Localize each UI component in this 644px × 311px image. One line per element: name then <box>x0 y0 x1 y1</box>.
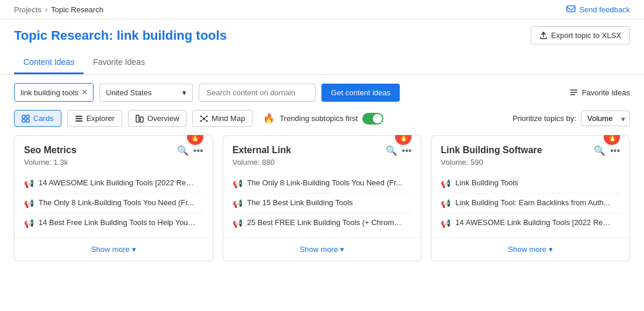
view-explorer-button[interactable]: Explorer <box>67 110 122 127</box>
megaphone-icon: 📢 <box>24 199 34 208</box>
tab-content-ideas[interactable]: Content Ideas <box>14 51 84 74</box>
search-chip[interactable]: link building tools × <box>14 83 94 102</box>
card-external-link: 🔥 External Link Volume: 880 🔍 ••• 📢 The … <box>223 135 422 261</box>
card-item-text: 14 Best Free Link Building Tools to Help… <box>39 218 196 227</box>
domain-search-input[interactable] <box>199 84 316 102</box>
prioritize-label: Prioritize topics by: <box>513 114 576 123</box>
overview-icon <box>136 115 144 123</box>
svg-point-15 <box>206 115 208 117</box>
explorer-icon <box>75 115 83 123</box>
svg-rect-7 <box>26 119 29 122</box>
card-volume: Volume: 880 <box>233 158 291 167</box>
breadcrumb-separator: › <box>45 5 47 14</box>
card-header: External Link Volume: 880 🔍 ••• <box>223 136 421 171</box>
svg-rect-11 <box>136 115 139 122</box>
trending-toggle-area: 🔥 Trending subtopics first <box>263 113 383 125</box>
card-item-text: The Only 8 Link-Building Tools You Need … <box>39 198 194 207</box>
card-header: Seo Metrics Volume: 1.3k 🔍 ••• <box>15 136 213 171</box>
prioritize-select[interactable]: Volume <box>581 110 630 126</box>
svg-line-18 <box>202 117 203 118</box>
send-feedback-button[interactable]: Send feedback <box>566 5 630 14</box>
megaphone-icon: 📢 <box>441 179 451 188</box>
card-more-button[interactable]: ••• <box>402 146 412 156</box>
card-item-text: Link Building Tools <box>455 178 518 187</box>
card-content: 📢 The Only 8 Link-Building Tools You Nee… <box>223 171 421 233</box>
cards-area: 🔥 Seo Metrics Volume: 1.3k 🔍 ••• 📢 14 AW… <box>0 135 644 261</box>
svg-point-16 <box>200 120 202 122</box>
card-item-text: 14 AWESOME Link Building Tools [2022 Rev… <box>455 218 613 227</box>
card-search-button[interactable]: 🔍 <box>594 145 605 156</box>
card-item-text: 25 Best FREE Link Building Tools (+ Chro… <box>247 218 405 227</box>
card-more-button[interactable]: ••• <box>193 146 203 156</box>
svg-point-13 <box>203 118 205 120</box>
svg-rect-4 <box>22 115 25 118</box>
trending-fire-icon: 🔥 <box>263 113 275 124</box>
card-item: 📢 14 AWESOME Link Building Tools [2022 R… <box>441 213 620 233</box>
clear-search-button[interactable]: × <box>82 88 87 97</box>
svg-rect-0 <box>567 6 575 12</box>
svg-point-14 <box>200 115 202 117</box>
page-header: Topic Research: link building tools Expo… <box>0 19 644 44</box>
show-more-button[interactable]: Show more ▾ <box>431 237 629 261</box>
cards-icon <box>22 115 30 123</box>
card-seo-metrics: 🔥 Seo Metrics Volume: 1.3k 🔍 ••• 📢 14 AW… <box>14 135 213 261</box>
trending-toggle-switch[interactable] <box>362 113 383 125</box>
card-search-button[interactable]: 🔍 <box>177 145 189 156</box>
megaphone-icon: 📢 <box>24 179 34 188</box>
svg-rect-12 <box>140 117 143 122</box>
card-content: 📢 Link Building Tools 📢 Link Building To… <box>431 171 629 233</box>
breadcrumb: Projects › Topic Research <box>14 5 103 14</box>
megaphone-icon: 📢 <box>233 199 243 208</box>
svg-rect-8 <box>75 116 82 117</box>
card-item: 📢 The 15 Best Link Building Tools <box>233 193 412 213</box>
mind-map-icon <box>200 115 208 123</box>
view-cards-button[interactable]: Cards <box>14 110 61 127</box>
card-item: 📢 Link Building Tool: Earn Backlinks fro… <box>441 193 620 213</box>
view-mindmap-button[interactable]: Mind Map <box>192 110 252 127</box>
card-volume: Volume: 1.3k <box>24 158 77 167</box>
export-button[interactable]: Export topic to XLSX <box>531 26 630 44</box>
get-content-ideas-button[interactable]: Get content ideas <box>321 84 400 102</box>
show-more-button[interactable]: Show more ▾ <box>223 237 421 261</box>
megaphone-icon: 📢 <box>233 219 243 228</box>
chevron-down-icon: ▾ <box>182 88 186 97</box>
breadcrumb-current: Topic Research <box>51 5 103 14</box>
country-selector[interactable]: United States ▾ <box>99 84 193 102</box>
svg-line-20 <box>202 119 203 120</box>
megaphone-icon: 📢 <box>233 179 243 188</box>
page-title: Topic Research: link building tools <box>14 28 227 43</box>
country-value: United States <box>106 88 151 97</box>
card-volume: Volume: 590 <box>441 158 542 167</box>
export-icon <box>539 32 548 40</box>
card-item-text: The 15 Best Link Building Tools <box>247 198 353 207</box>
card-content: 📢 14 AWESOME Link Building Tools [2022 R… <box>15 171 213 233</box>
svg-rect-5 <box>26 115 29 118</box>
megaphone-icon: 📢 <box>441 199 451 208</box>
prioritize-select-wrapper: Volume <box>581 110 630 126</box>
favorite-ideas-button[interactable]: Favorite Ideas <box>569 88 630 97</box>
card-item: 📢 14 Best Free Link Building Tools to He… <box>24 213 203 233</box>
tabs-container: Content Ideas Favorite Ideas <box>0 51 644 75</box>
show-more-button[interactable]: Show more ▾ <box>15 237 213 261</box>
list-icon <box>569 88 579 97</box>
view-overview-button[interactable]: Overview <box>128 110 186 127</box>
card-item: 📢 14 AWESOME Link Building Tools [2022 R… <box>24 174 203 193</box>
card-more-button[interactable]: ••• <box>610 146 620 156</box>
card-item: 📢 The Only 8 Link-Building Tools You Nee… <box>24 193 203 213</box>
card-item-text: 14 AWESOME Link Building Tools [2022 Rev… <box>39 178 196 187</box>
card-title: External Link <box>233 145 291 156</box>
toolbar: link building tools × United States ▾ Ge… <box>0 75 644 110</box>
card-item: 📢 25 Best FREE Link Building Tools (+ Ch… <box>233 213 412 233</box>
card-item: 📢 Link Building Tools <box>441 174 620 193</box>
card-search-button[interactable]: 🔍 <box>386 145 397 156</box>
prioritize-area: Prioritize topics by: Volume <box>513 110 630 126</box>
trending-label: Trending subtopics first <box>279 114 358 123</box>
card-title: Seo Metrics <box>24 145 77 156</box>
megaphone-icon: 📢 <box>441 219 451 228</box>
chevron-down-icon: ▾ <box>549 245 553 254</box>
megaphone-icon: 📢 <box>24 219 34 228</box>
breadcrumb-projects[interactable]: Projects <box>14 5 41 14</box>
svg-point-17 <box>206 120 208 122</box>
card-item-text: The Only 8 Link-Building Tools You Need … <box>247 178 403 187</box>
tab-favorite-ideas[interactable]: Favorite Ideas <box>84 51 154 74</box>
